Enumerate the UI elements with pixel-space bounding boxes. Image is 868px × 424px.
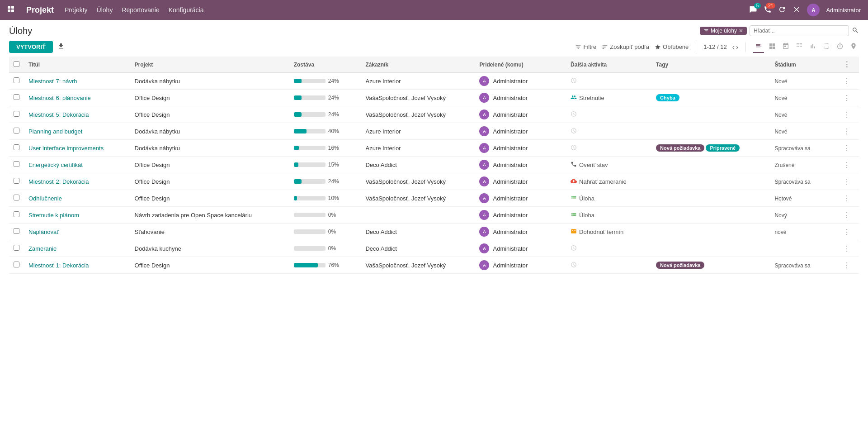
row-activity[interactable]: Úloha: [566, 207, 651, 224]
row-menu-dots[interactable]: ⋮: [843, 161, 850, 169]
row-menu-dots[interactable]: ⋮: [843, 94, 850, 102]
row-checkbox-cell[interactable]: [9, 224, 24, 240]
menu-tasks[interactable]: Úlohy: [97, 6, 113, 14]
calendar-view-icon[interactable]: [780, 42, 791, 52]
row-activity[interactable]: [566, 73, 651, 90]
row-menu-dots[interactable]: ⋮: [843, 178, 850, 186]
row-checkbox-cell[interactable]: [9, 173, 24, 190]
row-menu[interactable]: ⋮: [839, 257, 859, 274]
kanban-view-icon[interactable]: [767, 42, 778, 52]
row-checkbox[interactable]: [14, 178, 19, 184]
row-activity[interactable]: Overiť stav: [566, 157, 651, 173]
table-row[interactable]: Energetický certifikát Office Design 15%…: [9, 157, 859, 173]
apps-icon[interactable]: [7, 5, 15, 15]
create-button[interactable]: VYTVORIŤ: [9, 41, 53, 53]
row-checkbox-cell[interactable]: [9, 140, 24, 157]
row-checkbox-cell[interactable]: [9, 257, 24, 274]
table-row[interactable]: Zameranie Dodávka kuchyne 0% Deco Addict…: [9, 240, 859, 257]
header-client[interactable]: Zákazník: [361, 57, 475, 73]
table-row[interactable]: Miestnosť 2: Dekorácia Office Design 24%…: [9, 173, 859, 190]
row-activity[interactable]: Dohodnúť termín: [566, 224, 651, 240]
row-project[interactable]: Dodávka nábytku: [130, 73, 289, 90]
row-project[interactable]: Office Design: [130, 106, 289, 123]
active-filter-tag[interactable]: Moje úlohy ✕: [700, 27, 747, 35]
row-checkbox[interactable]: [14, 161, 19, 167]
row-project[interactable]: Office Design: [130, 157, 289, 173]
row-checkbox[interactable]: [14, 262, 19, 267]
row-checkbox[interactable]: [14, 144, 19, 150]
row-checkbox[interactable]: [14, 111, 19, 117]
phone-notification[interactable]: 21: [764, 5, 772, 15]
table-row[interactable]: Miestnosť 6: plánovanie Office Design 24…: [9, 90, 859, 106]
row-checkbox[interactable]: [14, 94, 19, 100]
row-activity[interactable]: [566, 123, 651, 140]
row-checkbox[interactable]: [14, 77, 19, 83]
header-progress[interactable]: Zostáva: [289, 57, 361, 73]
row-project[interactable]: Office Design: [130, 90, 289, 106]
row-checkbox-cell[interactable]: [9, 106, 24, 123]
search-input[interactable]: [750, 25, 849, 36]
row-activity[interactable]: [566, 240, 651, 257]
row-title[interactable]: Energetický certifikát: [24, 157, 130, 173]
activity-view-icon[interactable]: [821, 42, 832, 52]
close-icon[interactable]: [793, 5, 801, 15]
admin-avatar[interactable]: A: [807, 4, 820, 16]
row-checkbox-cell[interactable]: [9, 73, 24, 90]
row-menu[interactable]: ⋮: [839, 224, 859, 240]
row-menu-dots[interactable]: ⋮: [843, 77, 850, 85]
header-title[interactable]: Titúl: [24, 57, 130, 73]
table-row[interactable]: Stretnutie k plánom Návrh zariadenia pre…: [9, 207, 859, 224]
row-menu[interactable]: ⋮: [839, 123, 859, 140]
row-activity[interactable]: Stretnutie: [566, 90, 651, 106]
table-row[interactable]: Miestnosť 7: návrh Dodávka nábytku 24% A…: [9, 73, 859, 90]
table-row[interactable]: Planning and budget Dodávka nábytku 40% …: [9, 123, 859, 140]
row-activity[interactable]: [566, 257, 651, 274]
row-menu[interactable]: ⋮: [839, 106, 859, 123]
row-project[interactable]: Dodávka nábytku: [130, 123, 289, 140]
row-project[interactable]: Dodávka nábytku: [130, 140, 289, 157]
refresh-icon[interactable]: [778, 5, 786, 15]
row-checkbox[interactable]: [14, 195, 19, 200]
row-checkbox-cell[interactable]: [9, 123, 24, 140]
row-checkbox-cell[interactable]: [9, 90, 24, 106]
group-by-button[interactable]: Zoskupiť podľa: [602, 43, 649, 50]
row-checkbox[interactable]: [14, 245, 19, 251]
row-activity[interactable]: [566, 140, 651, 157]
select-all-checkbox[interactable]: [14, 61, 19, 67]
row-menu-dots[interactable]: ⋮: [843, 128, 850, 135]
menu-reporting[interactable]: Reportovanie: [122, 6, 159, 14]
row-menu[interactable]: ⋮: [839, 73, 859, 90]
table-row[interactable]: User interface improvements Dodávka náby…: [9, 140, 859, 157]
download-button[interactable]: [57, 43, 65, 52]
row-project[interactable]: Office Design: [130, 173, 289, 190]
row-checkbox[interactable]: [14, 128, 19, 133]
timer-view-icon[interactable]: [835, 42, 845, 52]
row-title[interactable]: Miestnosť 1: Dekorácia: [24, 257, 130, 274]
row-checkbox-cell[interactable]: [9, 190, 24, 207]
row-title[interactable]: Planning and budget: [24, 123, 130, 140]
row-menu[interactable]: ⋮: [839, 157, 859, 173]
prev-page-button[interactable]: ‹: [732, 43, 735, 51]
grid-view-icon[interactable]: [794, 42, 805, 52]
header-stage[interactable]: Štádium: [770, 57, 838, 73]
row-menu-dots[interactable]: ⋮: [843, 111, 850, 119]
admin-name[interactable]: Administrator: [826, 7, 861, 14]
row-title[interactable]: Odhľučnenie: [24, 190, 130, 207]
row-menu-dots[interactable]: ⋮: [843, 245, 850, 252]
map-view-icon[interactable]: [848, 42, 859, 52]
filter-tag-close[interactable]: ✕: [739, 28, 743, 34]
menu-config[interactable]: Konfigurácia: [169, 6, 204, 14]
row-title[interactable]: Miestnosť 5: Dekorácia: [24, 106, 130, 123]
row-menu[interactable]: ⋮: [839, 173, 859, 190]
row-checkbox-cell[interactable]: [9, 207, 24, 224]
chart-view-icon[interactable]: [807, 42, 818, 52]
row-title[interactable]: Stretnutie k plánom: [24, 207, 130, 224]
row-checkbox[interactable]: [14, 211, 19, 217]
list-view-icon[interactable]: [753, 41, 764, 53]
next-page-button[interactable]: ›: [736, 43, 738, 51]
row-menu[interactable]: ⋮: [839, 190, 859, 207]
favorites-button[interactable]: Obľúbené: [655, 43, 689, 50]
row-menu[interactable]: ⋮: [839, 240, 859, 257]
row-menu[interactable]: ⋮: [839, 207, 859, 224]
row-menu-dots[interactable]: ⋮: [843, 211, 850, 219]
